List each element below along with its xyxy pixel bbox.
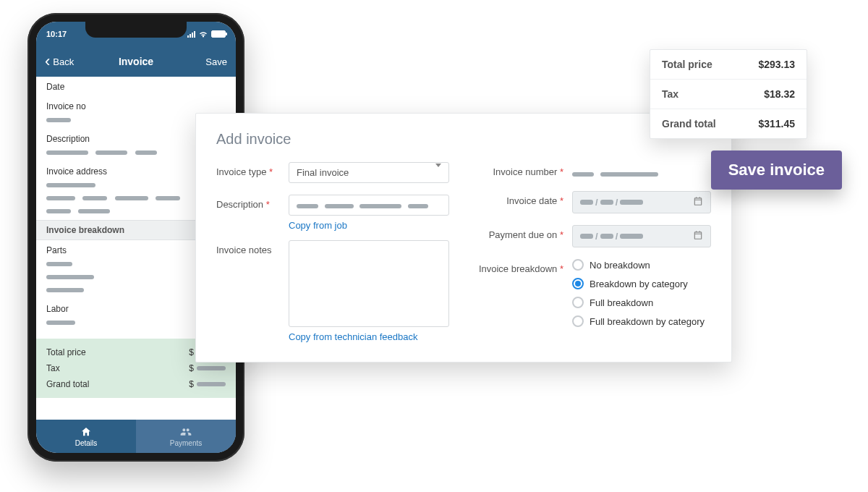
radio-full-breakdown-by-category[interactable]: Full breakdown by category xyxy=(572,315,711,327)
payment-due-input[interactable]: // xyxy=(572,225,711,247)
radio-label-by-category: Breakdown by category xyxy=(590,279,688,289)
add-invoice-panel: Add invoice Invoice type * Final invoice… xyxy=(195,113,732,362)
total-price-value: $293.13 xyxy=(758,59,795,70)
back-button[interactable]: Back xyxy=(45,54,74,69)
phone-tax-label: Tax xyxy=(46,363,60,373)
radio-breakdown-by-category[interactable]: Breakdown by category xyxy=(572,278,711,289)
row-description: Description * Copy from job xyxy=(216,195,449,232)
label-date: Date xyxy=(46,82,226,92)
panel-title: Add invoice xyxy=(216,131,711,148)
wifi-icon xyxy=(198,30,208,38)
app-title: Invoice xyxy=(119,56,153,67)
tab-details-label: Details xyxy=(75,439,98,447)
label-invoice-breakdown-form: Invoice breakdown xyxy=(479,263,557,274)
label-invoice-notes: Invoice notes xyxy=(216,240,289,255)
save-invoice-button[interactable]: Save invoice xyxy=(711,150,842,190)
app-header: Back Invoice Save xyxy=(36,46,236,77)
label-invoice-no: Invoice no xyxy=(46,101,226,111)
totals-row-tax: Tax $18.32 xyxy=(650,79,807,109)
description-input[interactable] xyxy=(289,195,449,216)
radio-no-breakdown[interactable]: No breakdown xyxy=(572,259,711,271)
row-invoice-date: Invoice date * // xyxy=(478,191,711,213)
label-invoice-date: Invoice date xyxy=(506,195,557,206)
signal-icon xyxy=(187,31,195,38)
save-button[interactable]: Save xyxy=(205,56,227,67)
radio-icon xyxy=(572,259,584,271)
phone-grand-total-label: Grand total xyxy=(46,379,89,389)
grand-total-value: $311.45 xyxy=(758,118,795,130)
chevron-down-icon xyxy=(435,167,441,178)
phone-tax-row: Tax $ xyxy=(46,360,226,376)
phone-grand-total-row: Grand total $ xyxy=(46,376,226,392)
tab-payments[interactable]: Payments xyxy=(136,420,236,453)
totals-card: Total price $293.13 Tax $18.32 Grand tot… xyxy=(650,49,807,139)
status-icons xyxy=(187,30,226,38)
copy-from-tech-link[interactable]: Copy from technician feedback xyxy=(289,331,417,342)
totals-row-grand-total: Grand total $311.45 xyxy=(650,109,807,138)
calendar-icon xyxy=(693,230,703,242)
radio-label-none: No breakdown xyxy=(590,260,650,271)
label-invoice-number: Invoice number xyxy=(493,166,557,177)
row-invoice-notes: Invoice notes Copy from technician feedb… xyxy=(216,240,449,343)
radio-label-full-by-category: Full breakdown by category xyxy=(590,316,705,327)
row-invoice-type: Invoice type * Final invoice xyxy=(216,162,449,183)
calendar-icon xyxy=(693,196,703,208)
radio-icon xyxy=(572,278,584,289)
invoice-type-select[interactable]: Final invoice xyxy=(289,162,449,183)
radio-label-full: Full breakdown xyxy=(590,297,653,308)
row-invoice-breakdown: Invoice breakdown * No breakdown Breakdo… xyxy=(478,259,711,327)
radio-full-breakdown[interactable]: Full breakdown xyxy=(572,297,711,308)
label-payment-due: Payment due on xyxy=(489,229,558,240)
chevron-left-icon xyxy=(45,54,50,69)
total-price-label: Total price xyxy=(662,59,712,70)
field-date: Date xyxy=(36,77,236,96)
tax-value: $18.32 xyxy=(764,88,795,100)
phone-notch xyxy=(85,22,187,38)
invoice-notes-textarea[interactable] xyxy=(289,240,449,327)
users-icon xyxy=(179,426,192,438)
back-label: Back xyxy=(53,56,74,67)
invoice-date-input[interactable]: // xyxy=(572,191,711,213)
label-invoice-type: Invoice type xyxy=(216,166,266,177)
totals-row-total-price: Total price $293.13 xyxy=(650,50,807,79)
row-invoice-number: Invoice number * xyxy=(478,162,711,179)
home-icon xyxy=(80,426,93,438)
row-payment-due: Payment due on * // xyxy=(478,225,711,247)
tax-label: Tax xyxy=(662,88,678,100)
invoice-type-value: Final invoice xyxy=(297,167,349,178)
battery-icon xyxy=(211,30,226,38)
status-time: 10:17 xyxy=(46,30,67,38)
radio-icon xyxy=(572,297,584,308)
tab-bar: Details Payments xyxy=(36,420,236,453)
phone-total-price-label: Total price xyxy=(46,347,86,357)
radio-icon xyxy=(572,315,584,327)
grand-total-label: Grand total xyxy=(662,118,716,130)
tab-details[interactable]: Details xyxy=(36,420,136,453)
tab-payments-label: Payments xyxy=(170,439,202,447)
label-description-form: Description xyxy=(216,199,263,210)
copy-from-job-link[interactable]: Copy from job xyxy=(289,220,347,231)
